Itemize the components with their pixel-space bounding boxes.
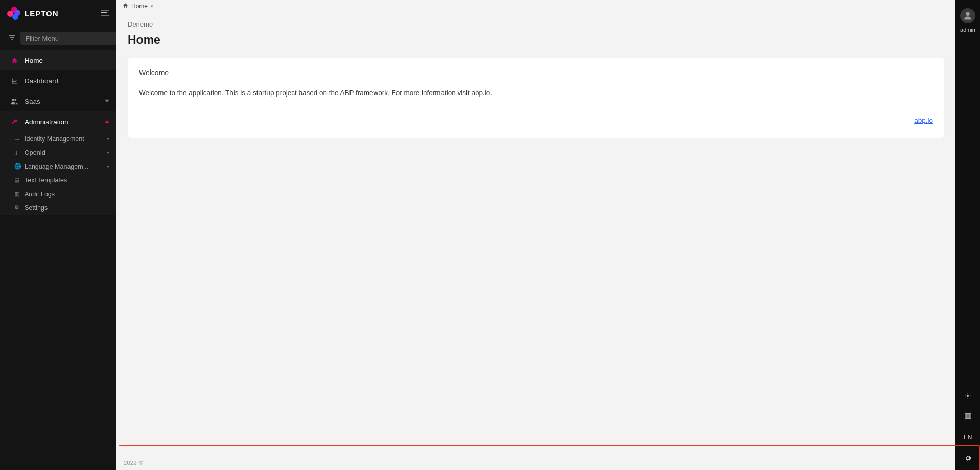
subnav-settings[interactable]: ⚙ Settings	[0, 201, 116, 215]
gear-icon	[964, 455, 971, 463]
brand[interactable]: LEPTON	[7, 7, 59, 20]
subnav-text-templates[interactable]: ▤ Text Templates	[0, 173, 116, 187]
settings-button[interactable]	[955, 448, 980, 470]
subnav-label: Settings	[25, 204, 48, 212]
right-rail: admin EN	[955, 0, 980, 470]
nav-label: Home	[25, 57, 43, 64]
gear-icon: ⚙	[14, 204, 19, 211]
chevron-down-icon: ▾	[151, 4, 153, 9]
subnav-label: OpenId	[25, 149, 45, 156]
nav-administration[interactable]: Administration	[0, 111, 116, 132]
footer: 2022 ©	[116, 455, 955, 470]
columns-icon	[965, 413, 971, 421]
globe-icon: 🌐	[14, 163, 21, 170]
language-button[interactable]: EN	[955, 427, 980, 448]
copyright-icon: ©	[139, 460, 143, 466]
sidebar-toggle-icon[interactable]	[101, 9, 109, 18]
file-icon: ▥	[14, 191, 19, 197]
svg-rect-7	[969, 414, 971, 419]
subnav-identity-management[interactable]: ▭ Identity Management ▾	[0, 132, 116, 146]
subnav-language-management[interactable]: 🌐 Language Managem... ▾	[0, 159, 116, 173]
nav-home[interactable]: Home	[0, 50, 116, 70]
nav-label: Administration	[25, 118, 68, 126]
subnav-label: Text Templates	[25, 177, 67, 184]
chevron-down-icon: ▾	[107, 136, 109, 142]
logo-icon	[7, 7, 20, 20]
users-icon	[9, 98, 19, 105]
language-label: EN	[964, 434, 972, 441]
svg-rect-5	[965, 414, 967, 419]
key-icon: ▯	[14, 149, 17, 156]
brand-bar: LEPTON	[0, 0, 116, 27]
rail-username: admin	[960, 27, 975, 33]
card-body: Welcome to the application. This is a st…	[139, 89, 933, 106]
svg-point-0	[967, 395, 969, 397]
chevron-up-icon	[105, 119, 109, 125]
user-avatar[interactable]	[960, 8, 975, 24]
nav: Home Dashboard Saas Administration	[0, 50, 116, 132]
home-icon	[123, 3, 128, 9]
id-card-icon: ▭	[14, 135, 19, 142]
nav-dashboard[interactable]: Dashboard	[0, 70, 116, 91]
welcome-card: Welcome Welcome to the application. This…	[128, 58, 944, 138]
subnav-label: Audit Logs	[25, 191, 55, 198]
filter-menu-input[interactable]	[20, 32, 116, 45]
subnav-label: Identity Management	[25, 135, 84, 143]
chevron-down-icon	[105, 98, 109, 104]
template-icon: ▤	[14, 177, 19, 183]
tenant-name: Deneme	[128, 20, 944, 28]
sidebar: LEPTON Home Dashboard Saas	[0, 0, 116, 470]
subnav-administration: ▭ Identity Management ▾ ▯ OpenId ▾ 🌐 Lan…	[0, 132, 116, 215]
layout-button[interactable]	[955, 407, 980, 427]
card-title: Welcome	[139, 68, 933, 77]
sun-icon	[965, 392, 971, 401]
page-header: Deneme Home	[116, 12, 955, 52]
breadcrumb-label: Home	[131, 3, 148, 10]
home-icon	[9, 57, 19, 64]
filter-row	[0, 27, 116, 50]
theme-toggle-button[interactable]	[955, 386, 980, 407]
subnav-openid[interactable]: ▯ OpenId ▾	[0, 146, 116, 159]
breadcrumb[interactable]: Home ▾	[116, 0, 955, 12]
footer-year: 2022	[124, 460, 137, 466]
chart-icon	[9, 78, 19, 84]
brand-name: LEPTON	[25, 9, 59, 18]
svg-rect-6	[967, 414, 969, 419]
chevron-down-icon: ▾	[107, 150, 109, 155]
subnav-audit-logs[interactable]: ▥ Audit Logs	[0, 187, 116, 201]
subnav-label: Language Managem...	[25, 163, 88, 170]
abp-link[interactable]: abp.io	[914, 116, 933, 124]
wrench-icon	[9, 119, 19, 125]
nav-label: Saas	[25, 98, 40, 105]
nav-label: Dashboard	[25, 77, 58, 85]
chevron-down-icon: ▾	[107, 163, 109, 169]
card-link-row: abp.io	[139, 115, 933, 125]
filter-icon	[9, 35, 15, 42]
page-title: Home	[128, 33, 944, 47]
main: Home ▾ Deneme Home Welcome Welcome to th…	[116, 0, 955, 470]
nav-saas[interactable]: Saas	[0, 91, 116, 111]
